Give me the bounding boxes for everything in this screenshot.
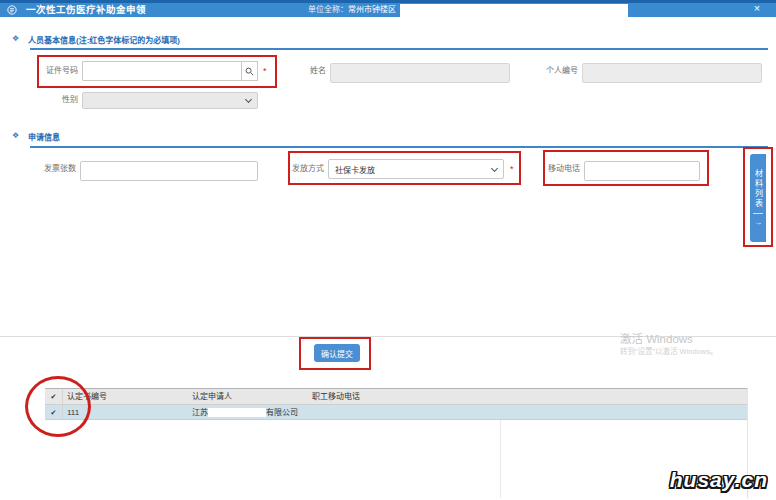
site-watermark: husay.cn — [670, 468, 768, 492]
section-diamond-icon: ❖ — [12, 34, 19, 43]
name-input — [330, 63, 510, 83]
confirm-submit-button[interactable]: 确认提交 — [314, 344, 360, 362]
person-no-label: 个人编号 — [534, 61, 578, 81]
arrow-right-icon: → — [754, 218, 762, 227]
gender-select[interactable] — [82, 92, 258, 109]
redaction-overlay — [400, 4, 628, 18]
pay-method-select[interactable]: 社保卡发放 — [328, 159, 504, 179]
activate-windows-watermark: 激活 Windows — [620, 330, 693, 346]
gender-label: 性别 — [28, 91, 78, 108]
section-apply-title: 申请信息 — [28, 131, 60, 142]
page-title: 一次性工伤医疗补助金申领 — [26, 3, 146, 17]
cert-no-label: 证件号码 — [28, 61, 78, 81]
invoice-count-label: 发票张数 — [26, 159, 76, 179]
unit-value: 常州市钟楼区 — [348, 5, 396, 14]
search-icon — [245, 67, 254, 76]
material-list-tab[interactable]: 材料列表 → — [750, 154, 766, 242]
close-icon[interactable]: × — [748, 1, 766, 15]
section-basic-underline — [30, 48, 768, 50]
form-document-icon — [7, 5, 17, 15]
applicant-suffix: 有限公司 — [266, 408, 298, 417]
table-column-line — [500, 420, 501, 498]
redaction-overlay — [208, 408, 266, 417]
table-header-row: ✔ 认定书编号 认定申请人 职工移动电话 — [45, 389, 748, 405]
cert-no-required-mark: * — [263, 61, 267, 81]
col-header-cert-no: 认定书编号 — [63, 389, 190, 404]
unit-fullname: 单位全称：常州市钟楼区 — [308, 3, 396, 17]
row-phone — [310, 405, 748, 419]
determination-table: ✔ 认定书编号 认定申请人 职工移动电话 ✔ 111 江苏有限公司 — [45, 388, 748, 420]
pay-method-label: 发放方式 — [280, 159, 324, 179]
table-row[interactable]: ✔ 111 江苏有限公司 — [45, 405, 748, 420]
col-header-phone: 职工移动电话 — [310, 389, 748, 404]
application-window: 一次性工伤医疗补助金申领 单位全称：常州市钟楼区 × ❖ 人员基本信息(注:红色… — [0, 0, 776, 500]
cert-no-search-button[interactable] — [241, 61, 258, 81]
tab-divider — [753, 213, 763, 214]
row-cert-no: 111 — [63, 405, 190, 419]
section-basic-title: 人员基本信息(注:红色字体标记的为必填项) — [28, 34, 180, 45]
section-diamond-icon: ❖ — [12, 131, 19, 140]
material-list-tab-label: 材料列表 — [753, 169, 764, 209]
pay-method-required-mark: * — [510, 159, 514, 179]
applicant-prefix: 江苏 — [192, 408, 208, 417]
pay-method-value: 社保卡发放 — [335, 164, 375, 175]
activate-windows-watermark-sub: 转到“设置”以激活 Windows。 — [620, 345, 718, 356]
section-apply-underline — [30, 146, 768, 148]
select-all-checkbox[interactable]: ✔ — [45, 389, 63, 404]
name-label: 姓名 — [282, 61, 326, 81]
chevron-down-icon — [245, 96, 252, 103]
unit-label: 单位全称： — [308, 5, 348, 14]
person-no-input — [582, 63, 762, 83]
invoice-count-input[interactable] — [80, 161, 258, 181]
cert-no-input[interactable] — [82, 61, 241, 81]
mobile-label: 移动电话 — [536, 159, 580, 179]
mobile-input[interactable] — [584, 161, 700, 181]
row-checkbox[interactable]: ✔ — [45, 405, 63, 419]
chevron-down-icon — [491, 164, 498, 171]
col-header-applicant: 认定申请人 — [190, 389, 310, 404]
row-applicant: 江苏有限公司 — [190, 405, 310, 419]
